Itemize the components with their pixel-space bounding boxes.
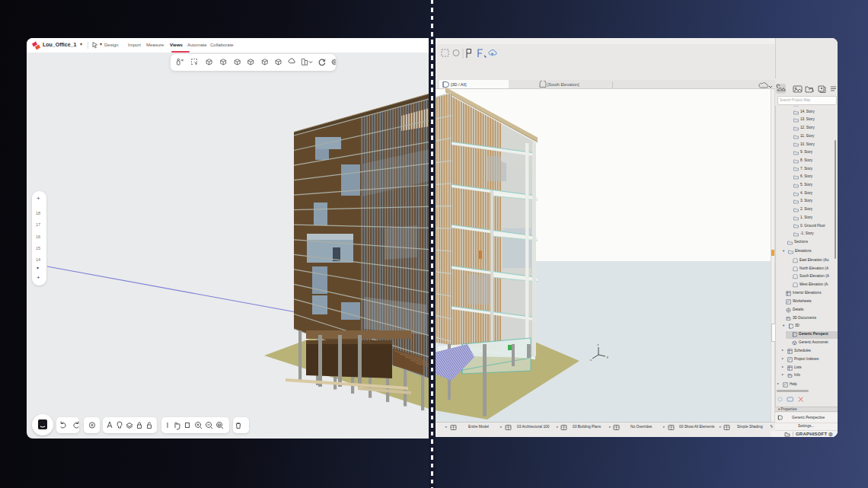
svg-text:z: z bbox=[598, 343, 599, 346]
svg-text:x: x bbox=[590, 359, 592, 362]
svg-text:y: y bbox=[607, 356, 608, 359]
